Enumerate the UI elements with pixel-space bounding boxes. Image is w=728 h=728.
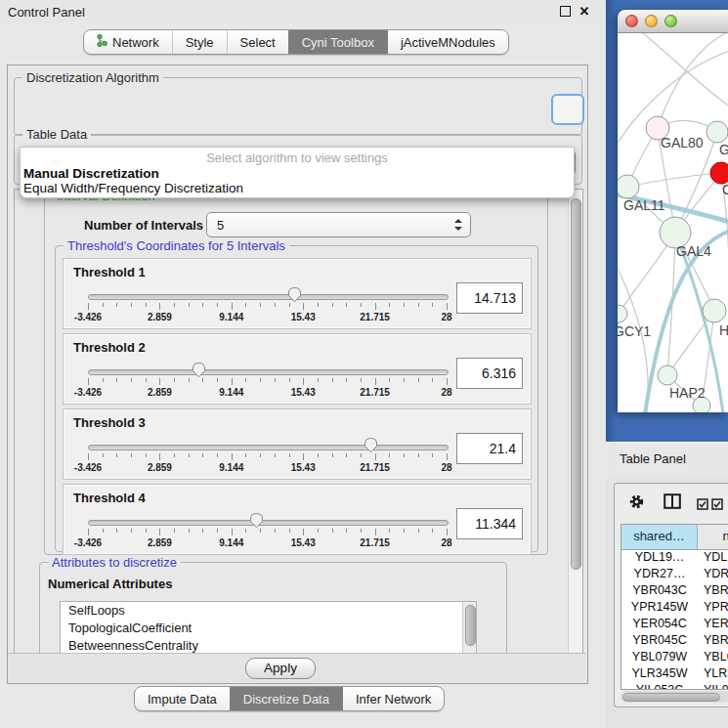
bottom-tab-infer-network[interactable]: Infer Network: [342, 687, 444, 710]
column-header-shared-name[interactable]: shared…: [621, 525, 698, 549]
table-row[interactable]: YPR145WYPR1: [621, 600, 728, 617]
network-edge[interactable]: [637, 33, 728, 107]
network-window-titlebar[interactable]: [618, 10, 728, 33]
number-of-intervals-combobox[interactable]: 5: [206, 212, 471, 237]
numerical-attributes-list[interactable]: SelfLoopsTopologicalCoefficientBetweenne…: [60, 601, 477, 655]
slider-tick: [432, 453, 433, 457]
table-row[interactable]: YIL053CYIL0: [621, 683, 728, 690]
list-item[interactable]: SelfLoops: [61, 602, 476, 620]
threshold-value-field[interactable]: 6.316: [456, 358, 523, 389]
slider-tick-label: 9.144: [219, 387, 243, 398]
top-tab-select[interactable]: Select: [227, 30, 288, 54]
slider-tick-label: 15.43: [291, 387, 316, 398]
network-edge[interactable]: [627, 173, 721, 187]
checkbox-checked-icon[interactable]: [711, 496, 723, 514]
node-attribute-table[interactable]: shared… na YDL19…YDL1YDR27…YDR2YBR043CYB…: [621, 524, 728, 690]
cell-name: YDR2: [698, 567, 728, 583]
slider-tick-label: 21.715: [360, 462, 390, 473]
list-item[interactable]: TopologicalCoefficient: [61, 620, 476, 637]
slider-tick: [245, 453, 246, 457]
table-horizontal-scrollbar[interactable]: [621, 691, 728, 703]
network-edge[interactable]: [658, 33, 728, 128]
attributes-group: Attributes to discretize Numerical Attri…: [39, 562, 507, 655]
bottom-tab-impute-data[interactable]: Impute Data: [135, 687, 230, 710]
network-node-red[interactable]: [710, 162, 728, 184]
zoom-traffic-light-icon[interactable]: [664, 15, 677, 27]
slider-tick: [131, 529, 132, 533]
slider-tick: [432, 303, 433, 307]
table-row[interactable]: YBL079WYBL0: [621, 650, 728, 666]
table-row[interactable]: YLR345WYLR3: [621, 666, 728, 683]
top-tab-style[interactable]: Style: [172, 30, 227, 54]
list-scrollbar[interactable]: [462, 602, 476, 654]
checkbox-checked-icon[interactable]: [697, 496, 708, 514]
dropdown-option-manual-discretization[interactable]: Manual Discretization: [23, 166, 159, 181]
threshold-value-field[interactable]: 14.713: [456, 282, 523, 314]
slider-tick: [159, 529, 160, 535]
cell-shared-name: YIL053C: [621, 683, 698, 690]
algorithm-combobox[interactable]: [551, 94, 584, 125]
slider-thumb[interactable]: [192, 362, 206, 378]
close-traffic-light-icon[interactable]: [625, 15, 638, 27]
slider-tick: [88, 303, 89, 310]
bottom-tab-discretize-data[interactable]: Discretize Data: [230, 687, 342, 710]
slider-thumb[interactable]: [364, 437, 378, 453]
table-row[interactable]: YBR043CYBR0: [621, 583, 728, 600]
slider-tick: [174, 303, 175, 307]
slider-tick: [275, 303, 276, 307]
slider-tick: [88, 529, 89, 535]
slider-tick: [245, 529, 246, 533]
slider-track[interactable]: [88, 445, 449, 450]
network-canvas[interactable]: GAL80GGAL11CGAL4GCY1HHAP2: [618, 33, 728, 412]
node-label: GAL11: [623, 197, 665, 213]
slider-tick-label: -3.426: [74, 537, 102, 548]
split-columns-icon[interactable]: [664, 493, 681, 513]
network-node-green[interactable]: [658, 365, 677, 385]
scrollbar-thumb[interactable]: [571, 198, 581, 570]
slider-track[interactable]: [88, 369, 449, 375]
network-node-green[interactable]: [707, 121, 728, 143]
slider-tick: [404, 529, 405, 533]
cell-shared-name: YDL19…: [621, 550, 698, 567]
scrollbar-thumb[interactable]: [622, 693, 720, 702]
top-tab-network[interactable]: Network: [84, 30, 172, 54]
apply-button[interactable]: Apply: [245, 658, 316, 679]
slider-tick: [88, 378, 89, 385]
table-row[interactable]: YDR27…YDR2: [621, 567, 728, 583]
slider-tick: [332, 303, 333, 307]
threshold-value-field[interactable]: 21.4: [456, 433, 523, 464]
threshold-value-field[interactable]: 11.344: [456, 508, 523, 539]
network-node-green[interactable]: [703, 299, 726, 322]
algorithm-dropdown-popup: Select algorithm to view settings Manual…: [20, 147, 575, 198]
top-tab-cyni-toolbox[interactable]: Cyni Toolbox: [288, 30, 387, 54]
column-header-name[interactable]: na: [698, 525, 728, 549]
table-row[interactable]: YER054CYER0: [621, 617, 728, 633]
table-row[interactable]: YBR045CYBR0: [621, 633, 728, 650]
slider-tick: [289, 453, 290, 457]
threshold-row-3: Threshold 3-3.4262.8599.14415.4321.71528…: [63, 408, 532, 480]
gear-icon[interactable]: [628, 493, 645, 514]
table-row[interactable]: YDL19…YDL1: [621, 550, 728, 567]
top-tab-bar: NetworkStyleSelectCyni ToolboxjActiveMNo…: [83, 29, 509, 55]
slider-tick: [318, 303, 319, 307]
slider-tick-label: 15.43: [291, 312, 316, 322]
table-panel-titlebar: Table Panel: [606, 442, 728, 477]
float-window-icon[interactable]: [559, 6, 571, 18]
slider-tick: [404, 303, 405, 307]
slider-thumb[interactable]: [249, 512, 264, 529]
slider-tick-label: 15.43: [291, 462, 316, 473]
slider-track[interactable]: [88, 294, 449, 300]
network-node-green[interactable]: [618, 175, 639, 198]
slider-tick: [189, 378, 190, 382]
slider-thumb[interactable]: [287, 286, 302, 303]
close-icon[interactable]: ✕: [578, 6, 590, 18]
slider-tick: [232, 303, 233, 310]
slider-tick: [217, 303, 218, 307]
network-node-green[interactable]: [618, 305, 627, 322]
scrollbar-thumb[interactable]: [465, 605, 476, 646]
slider-track[interactable]: [88, 520, 449, 526]
dropdown-option-equal-width-frequency[interactable]: Equal Width/Frequency Discretization: [23, 181, 243, 195]
top-tab-jactivemnodules[interactable]: jActiveMNodules: [387, 30, 508, 54]
settings-scrollbar[interactable]: [568, 190, 582, 654]
minimize-traffic-light-icon[interactable]: [645, 15, 658, 27]
